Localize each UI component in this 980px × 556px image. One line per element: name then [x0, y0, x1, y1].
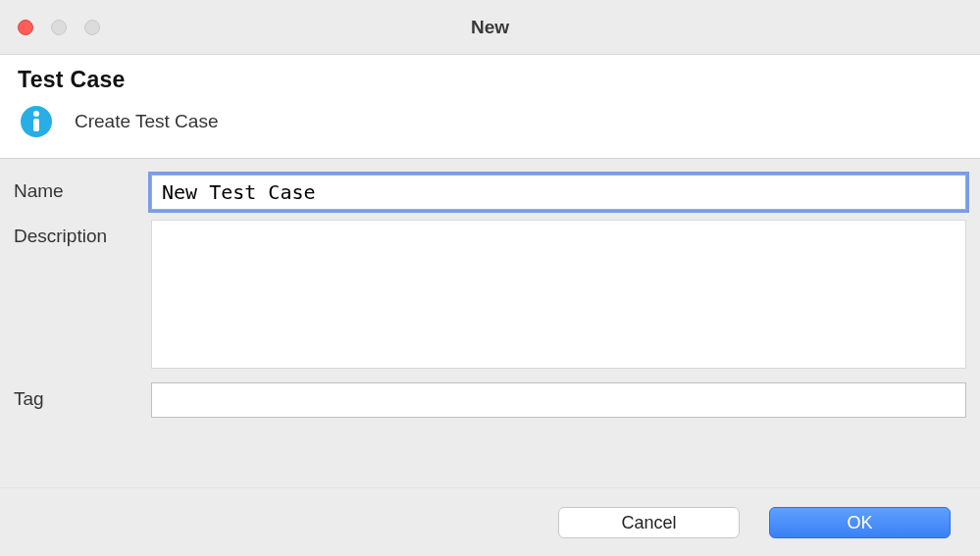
name-label: Name	[14, 175, 147, 202]
ok-button[interactable]: OK	[769, 507, 951, 538]
maximize-window-icon[interactable]	[84, 20, 100, 35]
window-title: New	[0, 17, 980, 38]
cancel-button[interactable]: Cancel	[558, 507, 740, 538]
title-bar: New	[0, 0, 980, 54]
description-input[interactable]	[151, 220, 966, 369]
close-window-icon[interactable]	[18, 20, 33, 35]
row-description: Description	[14, 220, 966, 373]
row-tag: Tag	[14, 382, 966, 418]
row-name: Name	[14, 175, 966, 210]
name-input[interactable]	[151, 175, 966, 210]
traffic-lights	[18, 20, 100, 35]
tag-label: Tag	[14, 382, 147, 410]
tag-input[interactable]	[151, 382, 966, 418]
svg-rect-2	[33, 119, 39, 131]
dialog-header: Test Case Create Test Case	[0, 54, 980, 159]
dialog-title: Test Case	[18, 67, 962, 93]
info-icon	[18, 103, 55, 140]
dialog-footer: Cancel OK	[0, 487, 980, 556]
description-label: Description	[14, 220, 147, 247]
svg-point-1	[33, 111, 39, 117]
form: Name Description Tag	[0, 159, 980, 437]
dialog-subheader: Create Test Case	[18, 103, 962, 140]
minimize-window-icon[interactable]	[51, 20, 67, 35]
dialog-subtitle: Create Test Case	[75, 111, 218, 132]
